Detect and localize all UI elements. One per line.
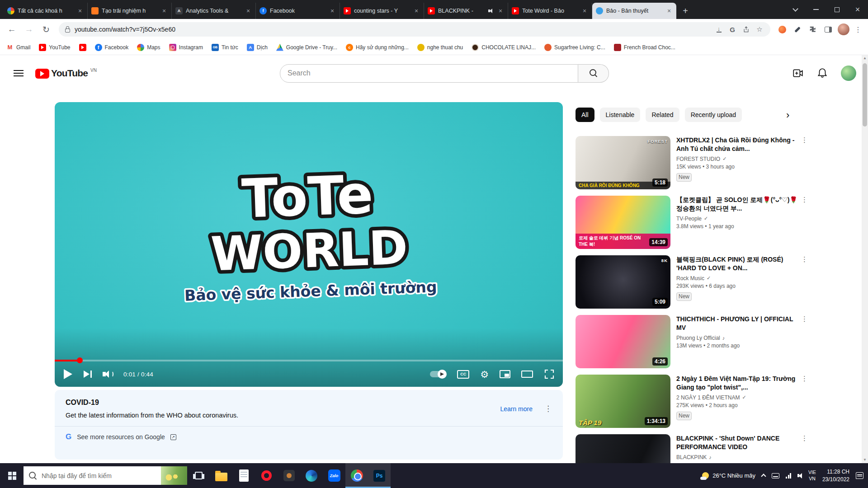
weather-widget[interactable]: 26°C Nhiều mây	[702, 472, 755, 479]
autoplay-toggle[interactable]	[430, 371, 446, 377]
video-title[interactable]: THICHTHICH - PHƯƠNG LY | OFFICIAL MV	[676, 315, 799, 332]
video-menu-icon[interactable]: ⋮	[801, 315, 808, 323]
bookmark-item[interactable]: Google Drive - Truy...	[276, 44, 337, 51]
channel-name[interactable]: Phuong Ly Official♪	[676, 335, 799, 341]
tab-search-chevron-icon[interactable]	[785, 0, 806, 19]
taskbar-search[interactable]	[24, 466, 187, 485]
video-thumbnail[interactable]: FOREST CHA GIÀ RỒI ĐÚNG KHÔNG 5:18	[576, 136, 670, 189]
tab-close-icon[interactable]: ×	[160, 7, 168, 14]
browser-tab[interactable]: A Analytics Tools & ×	[172, 3, 256, 19]
side-panel-icon[interactable]	[822, 23, 835, 36]
related-video[interactable]: 4:26 THICHTHICH - PHƯƠNG LY | OFFICIAL M…	[576, 315, 809, 368]
tab-close-icon[interactable]: ×	[665, 7, 673, 14]
scrollbar[interactable]: ▲ ▼	[862, 55, 868, 463]
bookmark-item[interactable]: Maps	[137, 44, 160, 51]
learn-more-button[interactable]: Learn more	[500, 405, 533, 413]
video-title[interactable]: XHTDRLX2 | Cha Già Rồi Đúng Không - Anh …	[676, 136, 799, 153]
bookmark-item[interactable]: Sugarfree Living: C...	[544, 44, 605, 51]
bookmark-item[interactable]	[79, 44, 86, 51]
related-video[interactable]: FOREST CHA GIÀ RỒI ĐÚNG KHÔNG 5:18 XHTDR…	[576, 136, 809, 189]
extension-icon[interactable]	[776, 23, 788, 36]
covid-resources-link[interactable]: See more resources on Google	[77, 433, 165, 441]
video-thumbnail[interactable]: 로제 솔로 데뷔 기념 ROSÉ ON THE 북! 14:39	[576, 196, 670, 249]
create-video-icon[interactable]	[792, 67, 804, 79]
edge-button[interactable]	[300, 463, 323, 488]
next-button[interactable]	[83, 367, 93, 381]
extension-pen-icon[interactable]	[791, 23, 804, 36]
volume-tray-icon[interactable]	[797, 473, 802, 479]
tab-close-icon[interactable]: ×	[76, 7, 84, 14]
bookmark-item[interactable]: YouTube	[39, 44, 70, 51]
video-title[interactable]: 2 Ngày 1 Đêm Việt Nam-Tập 19: Trường Gia…	[676, 375, 799, 392]
channel-name[interactable]: Rock Music✓	[676, 275, 799, 282]
bookmark-item[interactable]: Instagram	[169, 44, 203, 51]
miniplayer-icon[interactable]	[500, 370, 510, 378]
taskbar-clock[interactable]: 11:28 CH 23/10/2022	[822, 468, 849, 483]
tray-overflow-chevron-icon[interactable]	[761, 474, 766, 479]
video-menu-icon[interactable]: ⋮	[801, 136, 808, 144]
tab-close-icon[interactable]: ×	[581, 7, 588, 14]
url-text[interactable]: youtube.com/watch?v=7j5Ov-x5e60	[75, 26, 710, 33]
search-input[interactable]	[280, 64, 578, 83]
file-explorer-button[interactable]	[210, 463, 232, 488]
site-info-icon[interactable]	[65, 28, 70, 33]
tab-audio-icon[interactable]	[488, 9, 494, 13]
bookmark-item[interactable]: fFacebook	[95, 44, 129, 51]
video-title[interactable]: 【로켓클립】 곧 SOLO인 로제🌹(°ᴗ°♡)🌹 정승환의 너였다면 부...	[676, 196, 799, 213]
captions-icon[interactable]: CC	[457, 370, 469, 379]
bookmark-item[interactable]: French Broad Choc...	[614, 44, 675, 51]
bookmark-item[interactable]: GBTin tức	[212, 44, 238, 51]
video-thumbnail[interactable]: TẬP 19 1:34:13	[576, 375, 670, 428]
download-icon[interactable]: ↓	[714, 25, 723, 34]
bookmark-item[interactable]: cHãy sử dụng những...	[346, 44, 409, 51]
related-video[interactable]: BLACKPINK - 'Shut Down' DANCE PERFORMANC…	[576, 434, 809, 463]
youtube-logo[interactable]: YouTube VN	[35, 68, 97, 79]
start-button[interactable]	[1, 463, 24, 488]
related-video[interactable]: TẬP 19 1:34:13 2 Ngày 1 Đêm Việt Nam-Tập…	[576, 375, 809, 428]
theater-mode-icon[interactable]	[521, 371, 533, 378]
touch-keyboard-icon[interactable]	[772, 473, 779, 479]
new-tab-button[interactable]: +	[678, 4, 693, 18]
taskbar-search-input[interactable]	[42, 472, 156, 479]
translate-icon[interactable]: G	[728, 25, 737, 34]
search-highlight-image[interactable]	[161, 466, 187, 485]
extensions-puzzle-icon[interactable]	[807, 23, 819, 36]
minimize-button[interactable]	[806, 0, 826, 19]
browser-tab[interactable]: f Facebook ×	[256, 3, 340, 19]
photoshop-button[interactable]: Ps	[368, 463, 391, 488]
browser-tab[interactable]: Tote Wolrd - Bảo ×	[508, 3, 592, 19]
volume-icon[interactable]	[103, 367, 113, 381]
video-menu-icon[interactable]: ⋮	[801, 375, 808, 383]
fullscreen-icon[interactable]	[544, 369, 555, 380]
browser-tab[interactable]: counting stars - Y ×	[340, 3, 424, 19]
browser-tab[interactable]: Tạo trải nghiệm h ×	[88, 3, 172, 19]
dark-app-button[interactable]	[278, 463, 300, 488]
back-icon[interactable]: ←	[5, 22, 19, 37]
zalo-button[interactable]: Zalo	[323, 463, 345, 488]
network-icon[interactable]	[786, 473, 791, 479]
bookmark-item[interactable]: CHOCOLATE LINAJ...	[472, 44, 536, 51]
video-menu-icon[interactable]: ⋮	[801, 196, 808, 204]
address-bar[interactable]: youtube.com/watch?v=7j5Ov-x5e60 ↓ G ☆	[59, 22, 770, 37]
share-icon[interactable]	[741, 25, 750, 34]
video-thumbnail[interactable]	[576, 434, 670, 463]
profile-avatar[interactable]	[837, 23, 850, 36]
video-player[interactable]: ToTe WORLD Bảo vệ sức khỏe & môi trường …	[55, 102, 563, 387]
chip-related[interactable]: Related	[646, 108, 679, 122]
notifications-bell-icon[interactable]	[816, 67, 828, 79]
browser-tab[interactable]: BLACKPINK - ×	[424, 3, 508, 19]
bookmark-item[interactable]: MGmail	[6, 44, 30, 51]
related-video[interactable]: 로제 솔로 데뷔 기념 ROSÉ ON THE 북! 14:39 【로켓클립】 …	[576, 196, 809, 249]
refresh-icon[interactable]: ↻	[39, 22, 53, 37]
scroll-up-icon[interactable]: ▲	[862, 55, 868, 61]
tab-close-icon[interactable]: ×	[245, 7, 252, 14]
opera-button[interactable]	[255, 463, 278, 488]
action-center-icon[interactable]	[856, 472, 863, 479]
tab-close-icon[interactable]: ×	[413, 7, 420, 14]
chip-all[interactable]: All	[576, 108, 594, 122]
video-thumbnail[interactable]: 4:26	[576, 315, 670, 368]
channel-name[interactable]: FOREST STUDIO✓	[676, 156, 799, 162]
covid-menu-icon[interactable]: ⋮	[544, 404, 552, 413]
language-indicator[interactable]: VIE VN	[808, 469, 816, 482]
channel-name[interactable]: TV-People✓	[676, 216, 799, 222]
